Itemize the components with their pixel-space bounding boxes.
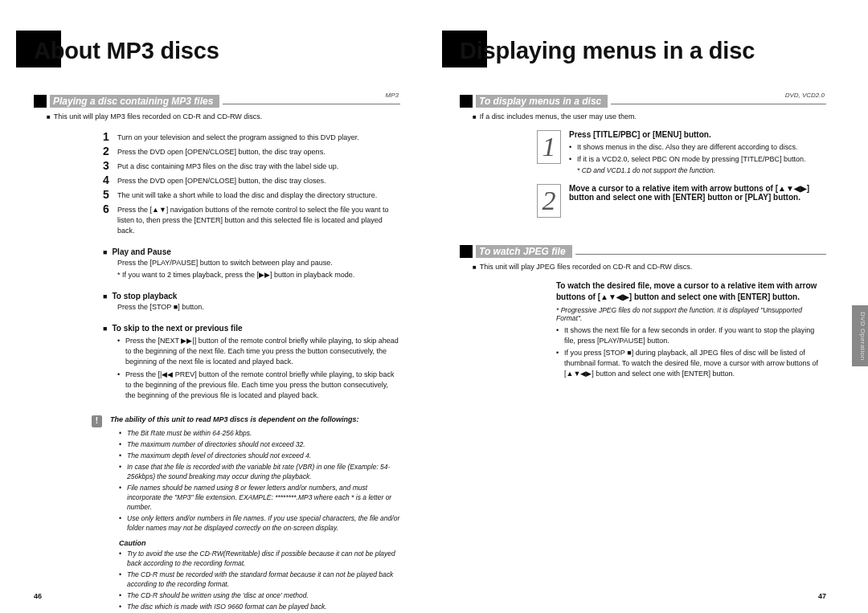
intro-note: This unit will play MP3 files recorded o… <box>47 112 400 121</box>
steps-list: 1Turn on your television and select the … <box>103 130 400 236</box>
section-watch-jpeg: To watch JPEG file <box>460 245 826 258</box>
skip-bullet-2: Press the [|◀◀ PREV] button of the remot… <box>117 370 400 401</box>
caution-bullet-3: The CD-R should be written using the 'di… <box>119 591 400 600</box>
title-text: Displaying menus in a disc <box>460 32 826 69</box>
section-tag: MP3 <box>386 92 399 99</box>
intro-note-r2: This unit will play JPEG files recorded … <box>473 263 826 271</box>
section-title: To display menus in a disc <box>479 96 601 107</box>
title-text: About MP3 discs <box>34 32 400 69</box>
info-bullet-6: Use only letters and/or numbers in file … <box>119 513 400 533</box>
subhead-stop: To stop playback <box>103 292 400 300</box>
caution-bullet-2: The CD-R must be recorded with the stand… <box>119 570 400 589</box>
big-step-2-head: Move a cursor to a relative item with ar… <box>569 184 826 202</box>
section-tab-icon <box>460 245 473 258</box>
info-box: The ability of this unit to read MP3 dis… <box>92 415 400 611</box>
jpeg-step-head: To watch the desired file, move a cursor… <box>556 280 826 303</box>
page-46: About MP3 discs Playing a disc containin… <box>0 0 434 613</box>
jpeg-step-note: * Progressive JPEG files do not support … <box>556 306 826 322</box>
skip-bullets: Press the [NEXT ▶▶|] button of the remot… <box>117 336 400 401</box>
section-tab-icon <box>460 95 473 108</box>
section-title: Playing a disc containing MP3 files <box>53 96 213 107</box>
stop-text: Press the [STOP ■] button. <box>117 302 400 313</box>
big-step-number: 1 <box>537 130 561 164</box>
info-bullet-3: The maximum depth level of directories s… <box>119 451 400 460</box>
title-right: Displaying menus in a disc <box>460 32 826 79</box>
caution-bullet-4: The disc which is made with ISO 9660 for… <box>119 602 400 611</box>
info-bullet-4: In case that the file is recorded with t… <box>119 462 400 481</box>
section-title: To watch JPEG file <box>479 246 566 257</box>
play-pause-text: Press the [PLAY/PAUSE] button to switch … <box>117 258 400 268</box>
step-3: Put a disc containing MP3 files on the d… <box>117 159 338 172</box>
step-5: The unit will take a short while to load… <box>117 188 377 201</box>
play-pause-note: * If you want to 2 times playback, press… <box>117 270 400 280</box>
section-display-menus: To display menus in a disc DVD, VCD2.0 <box>460 95 826 108</box>
skip-bullet-1: Press the [NEXT ▶▶|] button of the remot… <box>117 336 400 367</box>
step1-bullet-1: It shows menus in the disc. Also they ar… <box>569 142 826 153</box>
big-step-1-head: Press [TITLE/PBC] or [MENU] button. <box>569 130 826 139</box>
section-tab-icon <box>34 95 47 108</box>
step-6: Press the [▲▼] navigation buttons of the… <box>117 202 400 236</box>
jpeg-step-body: To watch the desired file, move a cursor… <box>556 280 826 379</box>
jpeg-bullet-2: If you press [STOP ■] during playback, a… <box>556 348 826 379</box>
caution-bullet-1: Try to avoid the use the CD-RW(Rewritabl… <box>119 549 400 568</box>
section-playing-mp3: Playing a disc containing MP3 files MP3 <box>34 95 400 108</box>
side-tab-dvd-operation: DVD Operation <box>852 305 868 366</box>
title-left: About MP3 discs <box>34 32 400 79</box>
big-step-1: 1 Press [TITLE/PBC] or [MENU] button. It… <box>537 130 826 174</box>
info-lead: The ability of this unit to read MP3 dis… <box>110 415 359 423</box>
big-step-number: 2 <box>537 184 561 218</box>
jpeg-bullet-1: It shows the next file for a few seconds… <box>556 325 826 346</box>
step1-bullet-2: If it is a VCD2.0, select PBC ON mode by… <box>569 154 826 165</box>
big-step-2: 2 Move a cursor to a relative item with … <box>537 184 826 218</box>
step-2: Press the DVD open [OPEN/CLOSE] button, … <box>117 145 326 157</box>
step1-note: * CD and VCD1.1 do not support the funct… <box>577 166 826 174</box>
subhead-play-pause: Play and Pause <box>103 247 400 256</box>
caution-icon <box>92 415 102 427</box>
subhead-skip: To skip to the next or previous file <box>103 324 400 333</box>
step-1: Turn on your television and select the p… <box>117 130 359 143</box>
step-4: Press the DVD open [OPEN/CLOSE] button, … <box>117 174 326 186</box>
section-tag: DVD, VCD2.0 <box>785 92 825 99</box>
page-47: Displaying menus in a disc To display me… <box>434 0 868 613</box>
caution-label: Caution <box>119 539 400 547</box>
page-number-right: 47 <box>818 592 826 600</box>
intro-note-r1: If a disc includes menus, the user may u… <box>473 112 826 121</box>
info-bullet-1: The Bit Rate must be within 64-256 kbps. <box>119 428 400 438</box>
page-number-left: 46 <box>34 592 42 600</box>
info-bullet-2: The maximum number of directories should… <box>119 439 400 449</box>
info-bullet-5: File names should be named using 8 or fe… <box>119 483 400 512</box>
